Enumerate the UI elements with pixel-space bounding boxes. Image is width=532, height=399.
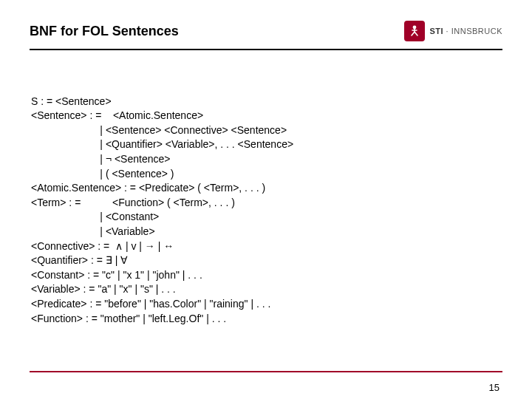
bnf-line: | <Quantifier> <Variable>, . . . <Senten… [31, 138, 293, 150]
bnf-line: <Function> : = "mother" | "left.Leg.Of" … [31, 313, 226, 324]
bnf-line: | ¬ <Sentence> [31, 153, 170, 165]
logo-place: INNSBRUCK [451, 27, 502, 35]
page-number: 15 [489, 382, 499, 393]
sti-logo: STI · INNSBRUCK [404, 21, 502, 41]
bnf-line: | <Sentence> <Connective> <Sentence> [31, 124, 287, 136]
bnf-line: S : = <Sentence> [31, 95, 112, 107]
bnf-line: | ( <Sentence> ) [31, 168, 174, 180]
bnf-line: <Variable> : = "a" | "x" | "s" | . . . [31, 283, 176, 295]
bnf-line: <Constant> : = "c" | "x 1" | "john" | . … [31, 269, 202, 281]
logo-mark-icon [404, 21, 425, 41]
logo-brand: STI [429, 27, 443, 35]
bnf-line: <Atomic.Sentence> : = <Predicate> ( <Ter… [31, 182, 265, 194]
logo-text: STI · INNSBRUCK [429, 27, 502, 35]
bnf-line: <Sentence> : = <Atomic.Sentence> [31, 109, 203, 121]
bnf-line: <Term> : = <Function> ( <Term>, . . . ) [31, 197, 235, 208]
bnf-line: <Predicate> : = "before" | "has.Color" |… [31, 298, 270, 310]
bnf-line: | <Variable> [31, 225, 155, 237]
bnf-line: <Connective> : = ∧ | v | → | ↔ [31, 240, 174, 252]
slide-header: BNF for FOL Sentences STI · INNSBRUCK [0, 0, 532, 47]
bnf-content: S : = <Sentence> <Sentence> : = <Atomic.… [0, 50, 532, 326]
footer-divider [30, 371, 502, 372]
slide-title: BNF for FOL Sentences [30, 24, 179, 39]
logo-sep: · [443, 27, 451, 35]
bnf-line: | <Constant> [31, 211, 159, 222]
bnf-line: <Quantifier> : = ∃ | ∀ [31, 254, 128, 266]
